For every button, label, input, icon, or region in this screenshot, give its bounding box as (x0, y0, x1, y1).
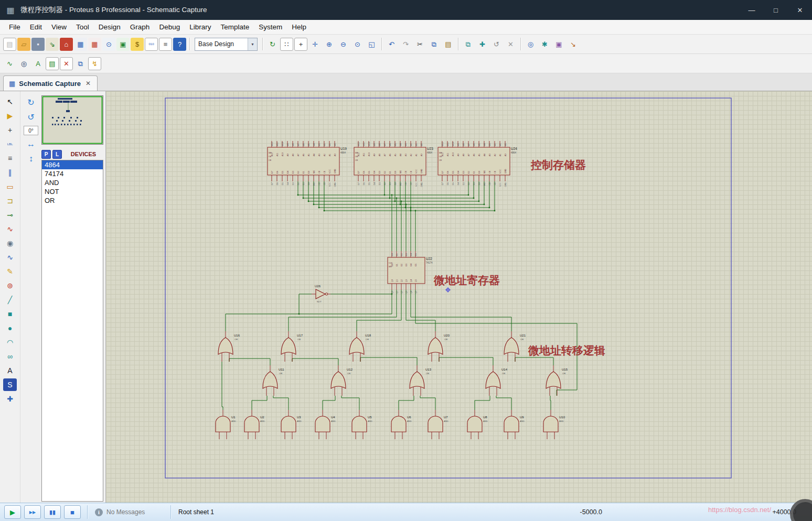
menu-item-debug[interactable]: Debug (154, 21, 185, 32)
zoom-all-icon[interactable]: ⊙ (351, 38, 364, 51)
schematic-component-u24[interactable]: A12A12D7D7A11A11D6D6A10A10D5D5A9A9D4D4A8… (438, 141, 517, 187)
block-copy-icon[interactable]: ⧉ (462, 38, 475, 51)
device-list-item-or[interactable]: OR (42, 196, 103, 205)
device-list-item-and[interactable]: AND (42, 178, 103, 187)
search-tag-icon[interactable]: ◎ (17, 57, 30, 70)
2d-circle-icon[interactable]: ● (3, 322, 17, 334)
2d-line-icon[interactable]: ╱ (3, 294, 17, 306)
menu-item-help[interactable]: Help (287, 21, 311, 32)
generator-icon[interactable]: ∿ (3, 251, 17, 264)
refresh-icon[interactable]: ↻ (266, 38, 279, 51)
schematic-wires[interactable] (222, 181, 577, 410)
zoom-area-icon[interactable]: ◱ (365, 38, 378, 51)
maximize-button[interactable]: □ (764, 0, 788, 20)
schematic-component-u13[interactable]: U13OR (410, 365, 432, 396)
pick-devices-button[interactable]: P (41, 150, 51, 159)
bill-of-materials-icon[interactable]: $ (131, 38, 144, 51)
library-button[interactable]: L (52, 150, 62, 159)
schematic-component-u5[interactable]: U5AND (352, 410, 372, 439)
help-icon[interactable]: ? (173, 38, 186, 51)
false-origin-icon[interactable]: + (294, 38, 307, 51)
block-delete-icon[interactable]: ✕ (504, 38, 517, 51)
menu-item-graph[interactable]: Graph (125, 21, 155, 32)
import-icon[interactable]: ⇘ (46, 38, 59, 51)
device-list-item-74174[interactable]: 74174 (42, 169, 103, 178)
schematic-component-u19[interactable]: A12A12D7D7A11A11D6D6A10A10D5D5A9A9D4D4A8… (268, 141, 347, 187)
block-move-icon[interactable]: ✚ (476, 38, 489, 51)
tab-close-icon[interactable]: ✕ (84, 80, 92, 87)
schematic-component-u22[interactable]: D0D0Q0Q0D1D1Q1Q1D2D2Q2Q2D3D3Q3Q3D4D4Q4Q4… (388, 251, 433, 294)
schematic-component-u3[interactable]: U3AND (281, 410, 302, 439)
text-script-icon[interactable]: ≡ (3, 152, 17, 165)
schematic-component-u6[interactable]: U6AND (391, 410, 412, 439)
menu-item-system[interactable]: System (254, 21, 287, 32)
2d-path-icon[interactable]: ∞ (3, 350, 17, 363)
schematic-annotation[interactable]: 控制存储器 (530, 159, 586, 171)
make-device-icon[interactable]: ✱ (538, 38, 551, 51)
schematic-canvas[interactable]: A12A12D7D7A11A11D6D6A10A10D5D5A9A9D4D4A8… (106, 91, 812, 503)
device-list[interactable]: 486474174ANDNOTOR (41, 160, 103, 502)
cut-icon[interactable]: ✂ (413, 38, 426, 51)
schematic-component-u20[interactable]: U20OR (428, 331, 450, 362)
property-assignment-icon[interactable]: A (31, 57, 45, 70)
2d-text-icon[interactable]: A (3, 364, 17, 377)
tape-recorder-icon[interactable]: ◉ (3, 237, 17, 249)
paste-icon[interactable]: ▤ (442, 38, 455, 51)
voltage-probe-icon[interactable]: ✎ (3, 265, 17, 278)
zoom-out-icon[interactable]: ⊖ (337, 38, 350, 51)
schematic-annotation[interactable]: 微地址寄存器 (433, 274, 500, 287)
play-button[interactable]: ▶ (4, 505, 21, 519)
schematic-component-u15[interactable]: U15OR (546, 365, 568, 396)
rotate-clockwise-button[interactable]: ↻ (25, 96, 37, 108)
schematic-component-u7[interactable]: U7AND (428, 410, 448, 439)
redo-icon[interactable]: ↷ (399, 38, 412, 51)
remove-sheet-icon[interactable]: ✕ (60, 57, 73, 70)
schematic-annotation[interactable]: 微地址转移逻辑 (528, 344, 605, 357)
step-button[interactable]: ▶▶ (24, 505, 41, 519)
subcircuit-icon[interactable]: ▭ (3, 180, 17, 193)
menu-item-tool[interactable]: Tool (71, 21, 94, 32)
menu-item-design[interactable]: Design (94, 21, 125, 32)
schematic-component-u16[interactable]: U16OR (218, 331, 240, 362)
selection-icon[interactable]: ↖ (3, 95, 17, 108)
rotate-anticlockwise-button[interactable]: ↺ (25, 111, 37, 123)
bus-icon[interactable]: ∥ (3, 166, 17, 179)
decompose-icon[interactable]: ↘ (567, 38, 580, 51)
schematic-component-u23[interactable]: A12A12D7D7A11A11D6D6A10A10D5D5A9A9D4D4A8… (354, 141, 433, 187)
design-explorer-icon[interactable]: ⊙ (102, 38, 115, 51)
menu-item-library[interactable]: Library (185, 21, 216, 32)
schematic-component-u8[interactable]: U8AND (467, 410, 488, 439)
stop-button[interactable]: ■ (64, 505, 81, 519)
schematic-component-u4[interactable]: U4AND (315, 410, 336, 439)
menu-item-edit[interactable]: Edit (25, 21, 47, 32)
schematic-component-u21[interactable]: U21OR (504, 331, 526, 362)
grid-toggle-icon[interactable]: ∷ (280, 38, 293, 51)
home-icon[interactable]: ⌂ (60, 38, 73, 51)
schematic-component-u1[interactable]: U1AND (216, 410, 236, 439)
close-button[interactable]: ✕ (788, 0, 812, 20)
device-list-item-not[interactable]: NOT (42, 187, 103, 196)
2d-box-icon[interactable]: ■ (3, 308, 17, 320)
gerber-viewer-icon[interactable]: 010 (145, 38, 158, 51)
menu-item-file[interactable]: File (4, 21, 25, 32)
device-pin-icon[interactable]: ⊸ (3, 209, 17, 221)
menu-item-template[interactable]: Template (216, 21, 254, 32)
tab-schematic-capture[interactable]: ▦ Schematic Capture ✕ (3, 75, 98, 91)
schematic-component-u10[interactable]: U10AND (543, 410, 565, 439)
schematic-component-u14[interactable]: U14OR (486, 365, 508, 396)
block-rotate-icon[interactable]: ↺ (490, 38, 503, 51)
pick-parts-icon[interactable]: ◎ (524, 38, 537, 51)
electrical-rule-check-icon[interactable]: ↯ (88, 57, 101, 70)
packaging-tool-icon[interactable]: ▣ (552, 38, 565, 51)
save-icon[interactable]: ▪ (31, 38, 45, 51)
pcb-layout-icon[interactable]: ▦ (88, 38, 101, 51)
schematic-component-u26[interactable]: U26NOT (312, 285, 330, 303)
open-folder-icon[interactable]: ▱ (17, 38, 30, 51)
zoom-in-icon[interactable]: ⊕ (323, 38, 336, 51)
mirror-vertical-button[interactable]: ↕ (25, 153, 37, 165)
device-list-item-4864[interactable]: 4864 (42, 160, 103, 169)
schematic-component-u12[interactable]: U12OR (331, 365, 353, 396)
new-file-icon[interactable]: ▤ (3, 38, 16, 51)
wire-label-icon[interactable]: LBL (3, 138, 17, 150)
goto-sheet-icon[interactable]: ⧉ (74, 57, 87, 70)
